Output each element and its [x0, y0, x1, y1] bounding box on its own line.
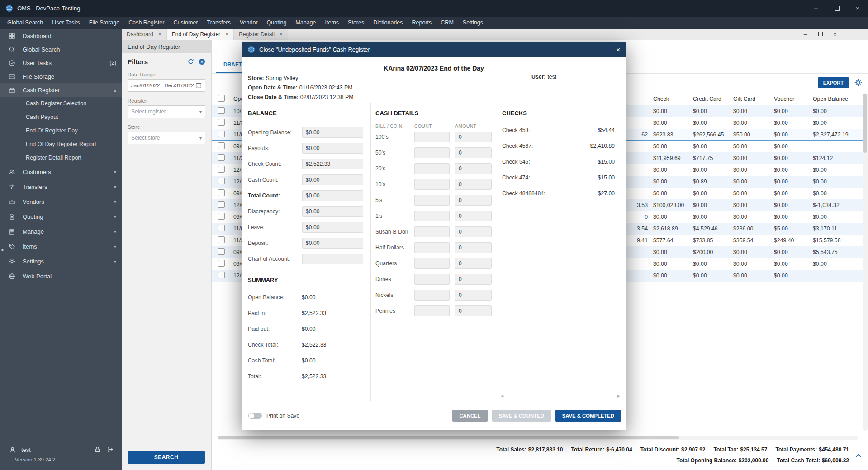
count-input[interactable] [414, 290, 450, 301]
count-input[interactable] [414, 163, 450, 174]
search-button[interactable]: SEARCH [128, 451, 205, 464]
vertical-scrollbar-thumb[interactable] [863, 94, 867, 153]
tab-dashboard[interactable]: Dashboard× [122, 29, 167, 40]
minimize-button[interactable]: ─ [806, 0, 826, 17]
modal-close-icon[interactable]: × [616, 46, 620, 53]
balance-field-input[interactable]: $0.00 [302, 143, 363, 154]
menu-item-user-tasks[interactable]: User Tasks [47, 17, 85, 29]
menu-item-global-search[interactable]: Global Search [3, 17, 47, 29]
menu-item-crm[interactable]: CRM [436, 17, 458, 29]
save-counted-button[interactable]: SAVE & COUNTED [492, 410, 551, 422]
amount-input[interactable]: 0 [455, 242, 492, 253]
row-checkbox[interactable] [218, 248, 225, 255]
count-input[interactable] [414, 258, 450, 269]
row-checkbox[interactable] [218, 119, 225, 126]
print-on-save-toggle[interactable] [248, 413, 262, 419]
horizontal-scrollbar[interactable] [218, 436, 858, 440]
balance-field-input[interactable] [302, 254, 363, 264]
sidebar-item-vendors[interactable]: Vendors▾ [0, 194, 122, 209]
close-icon[interactable]: × [225, 31, 228, 38]
logout-icon[interactable] [107, 446, 114, 453]
menu-item-file-storage[interactable]: File Storage [85, 17, 124, 29]
menu-item-vendor[interactable]: Vendor [235, 17, 262, 29]
child-minimize-button[interactable]: ─ [804, 32, 807, 37]
sidebar-item-settings[interactable]: Settings▾ [0, 254, 122, 269]
count-input[interactable] [414, 132, 450, 142]
sidebar-item-manage[interactable]: Manage▾ [0, 224, 122, 239]
scroll-right-icon[interactable]: ▶ [617, 394, 620, 398]
row-checkbox[interactable] [218, 107, 225, 114]
balance-field-input[interactable]: $0.00 [302, 127, 363, 138]
row-checkbox[interactable] [218, 225, 225, 231]
sidebar-item-global-search[interactable]: Global Search [0, 42, 122, 56]
child-close-button[interactable]: × [834, 32, 836, 37]
amount-input[interactable]: 0 [455, 163, 492, 174]
menu-item-customer[interactable]: Customer [169, 17, 202, 29]
gear-icon[interactable] [854, 78, 863, 87]
count-input[interactable] [414, 274, 450, 285]
save-completed-button[interactable]: SAVE & COMPLETED [555, 410, 621, 422]
menu-item-dictionaries[interactable]: Dictionaries [369, 17, 407, 29]
column-check[interactable]: Check [653, 96, 693, 102]
row-checkbox[interactable] [218, 201, 225, 208]
count-input[interactable] [414, 179, 450, 190]
scroll-left-icon[interactable]: ◀ [501, 394, 503, 398]
sidebar-subitem-end-of-register-day[interactable]: End Of Register Day [0, 124, 122, 137]
restore-button[interactable] [826, 0, 847, 17]
balance-field-input[interactable]: $0.00 [302, 190, 363, 201]
sidebar-subitem-cash-register-selection[interactable]: Cash Register Selection [0, 97, 122, 110]
column-gift-card[interactable]: Gift Card [733, 96, 774, 102]
menu-item-stores[interactable]: Stores [343, 17, 369, 29]
count-input[interactable] [414, 226, 450, 237]
balance-field-input[interactable]: $0.00 [302, 222, 363, 233]
export-button[interactable]: EXPORT [818, 77, 849, 88]
amount-input[interactable]: 0 [455, 195, 492, 206]
sidebar-subitem-end-of-day-register-report[interactable]: End Of Day Register Report [0, 137, 122, 151]
menu-item-quoting[interactable]: Quoting [262, 17, 291, 29]
close-icon[interactable]: × [158, 31, 161, 38]
sidebar-collapse-handle[interactable]: ◄ [0, 244, 6, 256]
menu-item-transfers[interactable]: Transfers [203, 17, 235, 29]
register-select[interactable]: Select register ▾ [128, 105, 205, 118]
close-button[interactable]: × [847, 0, 868, 17]
row-checkbox[interactable] [218, 260, 225, 267]
row-checkbox[interactable] [218, 166, 225, 173]
sidebar-item-user-tasks[interactable]: User Tasks(2) [0, 56, 122, 70]
amount-input[interactable]: 0 [455, 179, 492, 190]
store-select[interactable]: Select store ▾ [128, 132, 205, 144]
menu-item-reports[interactable]: Reports [408, 17, 436, 29]
sidebar-item-web-portal[interactable]: Web Portal [0, 269, 122, 284]
row-checkbox[interactable] [218, 142, 225, 149]
sidebar-subitem-cash-payout[interactable]: Cash Payout [0, 110, 122, 124]
row-checkbox[interactable] [218, 272, 225, 278]
sidebar-item-customers[interactable]: Customers▾ [0, 164, 122, 179]
column-credit-card[interactable]: Credit Card [693, 96, 733, 102]
row-checkbox[interactable] [218, 189, 225, 196]
tab-end-of-day-register[interactable]: End of Day Register× [167, 29, 234, 40]
menu-item-manage[interactable]: Manage [291, 17, 320, 29]
menu-item-items[interactable]: Items [321, 17, 344, 29]
row-checkbox[interactable] [218, 236, 225, 243]
balance-field-input[interactable]: $0.00 [302, 174, 363, 185]
amount-input[interactable]: 0 [455, 132, 492, 142]
sidebar-item-cash-register[interactable]: Cash Register▴ [0, 83, 122, 97]
tab-register-detail[interactable]: Register Detail× [234, 29, 288, 40]
balance-field-input[interactable]: $2,522.33 [302, 159, 363, 169]
child-restore-button[interactable] [818, 32, 823, 37]
cancel-button[interactable]: CANCEL [452, 410, 487, 422]
vertical-scrollbar[interactable] [863, 93, 868, 431]
amount-input[interactable]: 0 [455, 226, 492, 237]
refresh-icon[interactable] [187, 58, 194, 65]
sidebar-item-file-storage[interactable]: File Storage [0, 70, 122, 83]
close-icon[interactable]: × [280, 31, 283, 38]
checks-scrollbar[interactable]: ◀ ▶ [501, 394, 620, 398]
sidebar-subitem-register-detail-report[interactable]: Register Detail Report [0, 151, 122, 164]
row-checkbox[interactable] [218, 154, 225, 161]
amount-input[interactable]: 0 [455, 147, 492, 158]
horizontal-scrollbar-thumb[interactable] [218, 436, 679, 439]
amount-input[interactable]: 0 [455, 258, 492, 269]
count-input[interactable] [414, 306, 450, 316]
count-input[interactable] [414, 242, 450, 253]
sidebar-item-quoting[interactable]: Quoting▾ [0, 209, 122, 224]
balance-field-input[interactable]: $0.00 [302, 206, 363, 217]
